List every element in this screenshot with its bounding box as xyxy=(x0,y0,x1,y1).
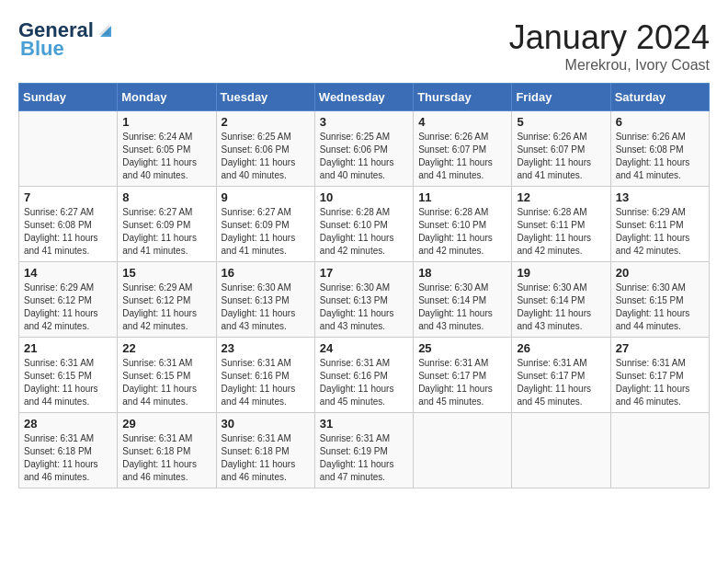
calendar-cell: 30Sunrise: 6:31 AMSunset: 6:18 PMDayligh… xyxy=(216,413,314,488)
sunrise-text: Sunrise: 6:27 AM xyxy=(122,206,210,219)
calendar-cell: 6Sunrise: 6:26 AMSunset: 6:08 PMDaylight… xyxy=(610,111,709,187)
calendar-cell: 19Sunrise: 6:30 AMSunset: 6:14 PMDayligh… xyxy=(512,262,610,338)
calendar-cell: 15Sunrise: 6:29 AMSunset: 6:12 PMDayligh… xyxy=(118,262,216,338)
sunset-text: Sunset: 6:08 PM xyxy=(24,219,112,232)
day-number: 5 xyxy=(517,115,605,129)
sunset-text: Sunset: 6:13 PM xyxy=(222,294,310,307)
weekday-header-monday: Monday xyxy=(118,84,216,111)
calendar-week-4: 21Sunrise: 6:31 AMSunset: 6:15 PMDayligh… xyxy=(19,338,710,413)
sunset-text: Sunset: 6:08 PM xyxy=(616,144,704,156)
sunrise-text: Sunrise: 6:31 AM xyxy=(24,357,112,370)
sunrise-text: Sunrise: 6:30 AM xyxy=(418,282,506,294)
daylight-text: Daylight: 11 hours and 42 minutes. xyxy=(517,232,605,258)
sunrise-text: Sunrise: 6:26 AM xyxy=(616,131,704,144)
sunrise-text: Sunrise: 6:31 AM xyxy=(122,432,210,445)
calendar-cell: 14Sunrise: 6:29 AMSunset: 6:12 PMDayligh… xyxy=(19,262,118,338)
day-number: 16 xyxy=(222,266,310,280)
page-header: General Blue January 2024 Merekrou, Ivor… xyxy=(18,18,710,74)
sunrise-text: Sunrise: 6:31 AM xyxy=(320,357,408,370)
day-number: 26 xyxy=(517,341,605,355)
daylight-text: Daylight: 11 hours and 44 minutes. xyxy=(24,383,112,408)
calendar-cell: 28Sunrise: 6:31 AMSunset: 6:18 PMDayligh… xyxy=(19,413,118,488)
calendar-cell xyxy=(610,413,709,488)
sunrise-text: Sunrise: 6:24 AM xyxy=(122,131,210,144)
svg-marker-1 xyxy=(98,24,109,35)
day-number: 15 xyxy=(122,266,210,280)
calendar-cell: 5Sunrise: 6:26 AMSunset: 6:07 PMDaylight… xyxy=(512,111,610,187)
calendar-week-3: 14Sunrise: 6:29 AMSunset: 6:12 PMDayligh… xyxy=(19,262,710,338)
calendar-cell: 2Sunrise: 6:25 AMSunset: 6:06 PMDaylight… xyxy=(216,111,314,187)
calendar-cell: 3Sunrise: 6:25 AMSunset: 6:06 PMDaylight… xyxy=(314,111,413,187)
sunset-text: Sunset: 6:14 PM xyxy=(517,294,605,307)
weekday-header-thursday: Thursday xyxy=(414,84,512,111)
daylight-text: Daylight: 11 hours and 44 minutes. xyxy=(222,383,310,408)
day-number: 18 xyxy=(418,266,506,280)
sunset-text: Sunset: 6:14 PM xyxy=(418,294,506,307)
daylight-text: Daylight: 11 hours and 42 minutes. xyxy=(122,307,210,333)
sunrise-text: Sunrise: 6:28 AM xyxy=(517,206,605,219)
daylight-text: Daylight: 11 hours and 45 minutes. xyxy=(320,383,408,408)
day-number: 24 xyxy=(320,341,408,355)
daylight-text: Daylight: 11 hours and 41 minutes. xyxy=(24,232,112,258)
calendar-cell: 17Sunrise: 6:30 AMSunset: 6:13 PMDayligh… xyxy=(314,262,413,338)
calendar-cell: 1Sunrise: 6:24 AMSunset: 6:05 PMDaylight… xyxy=(118,111,216,187)
calendar-cell: 16Sunrise: 6:30 AMSunset: 6:13 PMDayligh… xyxy=(216,262,314,338)
day-number: 13 xyxy=(616,190,704,204)
sunset-text: Sunset: 6:13 PM xyxy=(320,294,408,307)
day-number: 23 xyxy=(222,341,310,355)
calendar-cell: 18Sunrise: 6:30 AMSunset: 6:14 PMDayligh… xyxy=(414,262,512,338)
daylight-text: Daylight: 11 hours and 41 minutes. xyxy=(418,156,506,182)
calendar-cell: 10Sunrise: 6:28 AMSunset: 6:10 PMDayligh… xyxy=(314,187,413,262)
sunset-text: Sunset: 6:06 PM xyxy=(222,144,310,156)
day-number: 17 xyxy=(320,266,408,280)
calendar-cell xyxy=(414,413,512,488)
calendar-week-5: 28Sunrise: 6:31 AMSunset: 6:18 PMDayligh… xyxy=(19,413,710,488)
calendar-body: 1Sunrise: 6:24 AMSunset: 6:05 PMDaylight… xyxy=(19,111,710,488)
day-number: 27 xyxy=(616,341,704,355)
calendar-cell: 8Sunrise: 6:27 AMSunset: 6:09 PMDaylight… xyxy=(118,187,216,262)
calendar-week-2: 7Sunrise: 6:27 AMSunset: 6:08 PMDaylight… xyxy=(19,187,710,262)
sunset-text: Sunset: 6:10 PM xyxy=(418,219,506,232)
sunrise-text: Sunrise: 6:31 AM xyxy=(122,357,210,370)
daylight-text: Daylight: 11 hours and 40 minutes. xyxy=(122,156,210,182)
daylight-text: Daylight: 11 hours and 42 minutes. xyxy=(24,307,112,333)
sunset-text: Sunset: 6:18 PM xyxy=(24,445,112,458)
sunset-text: Sunset: 6:11 PM xyxy=(517,219,605,232)
sunset-text: Sunset: 6:11 PM xyxy=(616,219,704,232)
day-number: 8 xyxy=(122,190,210,204)
daylight-text: Daylight: 11 hours and 40 minutes. xyxy=(222,156,310,182)
calendar-cell: 23Sunrise: 6:31 AMSunset: 6:16 PMDayligh… xyxy=(216,338,314,413)
sunrise-text: Sunrise: 6:31 AM xyxy=(616,357,704,370)
daylight-text: Daylight: 11 hours and 46 minutes. xyxy=(222,458,310,484)
day-number: 11 xyxy=(418,190,506,204)
sunrise-text: Sunrise: 6:31 AM xyxy=(222,357,310,370)
sunset-text: Sunset: 6:16 PM xyxy=(222,370,310,383)
sunset-text: Sunset: 6:18 PM xyxy=(222,445,310,458)
sunrise-text: Sunrise: 6:25 AM xyxy=(222,131,310,144)
logo: General Blue xyxy=(18,18,116,61)
sunset-text: Sunset: 6:19 PM xyxy=(320,445,408,458)
calendar-cell: 26Sunrise: 6:31 AMSunset: 6:17 PMDayligh… xyxy=(512,338,610,413)
weekday-header-sunday: Sunday xyxy=(19,84,118,111)
sunrise-text: Sunrise: 6:30 AM xyxy=(222,282,310,294)
logo-blue: Blue xyxy=(20,37,64,61)
day-number: 9 xyxy=(222,190,310,204)
sunset-text: Sunset: 6:15 PM xyxy=(122,370,210,383)
sunset-text: Sunset: 6:10 PM xyxy=(320,219,408,232)
day-number: 1 xyxy=(122,115,210,129)
daylight-text: Daylight: 11 hours and 46 minutes. xyxy=(616,383,704,408)
day-number: 21 xyxy=(24,341,112,355)
daylight-text: Daylight: 11 hours and 42 minutes. xyxy=(418,232,506,258)
day-number: 10 xyxy=(320,190,408,204)
sunset-text: Sunset: 6:12 PM xyxy=(122,294,210,307)
sunset-text: Sunset: 6:18 PM xyxy=(122,445,210,458)
daylight-text: Daylight: 11 hours and 40 minutes. xyxy=(320,156,408,182)
day-number: 30 xyxy=(222,417,310,431)
day-number: 14 xyxy=(24,266,112,280)
daylight-text: Daylight: 11 hours and 46 minutes. xyxy=(24,458,112,484)
sunrise-text: Sunrise: 6:31 AM xyxy=(24,432,112,445)
sunrise-text: Sunrise: 6:28 AM xyxy=(320,206,408,219)
calendar-cell: 12Sunrise: 6:28 AMSunset: 6:11 PMDayligh… xyxy=(512,187,610,262)
sunset-text: Sunset: 6:15 PM xyxy=(24,370,112,383)
calendar-cell: 11Sunrise: 6:28 AMSunset: 6:10 PMDayligh… xyxy=(414,187,512,262)
